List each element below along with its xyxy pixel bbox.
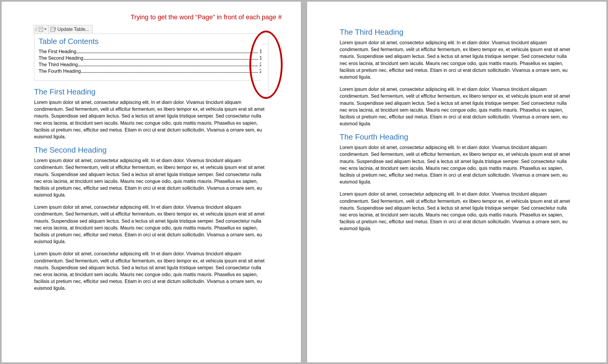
page-1: Trying to get the word “Page” in front o…	[1, 1, 301, 363]
heading-1: The First Heading	[34, 87, 268, 96]
toc-row[interactable]: The Fourth Heading 2	[39, 69, 264, 74]
toc-style-dropdown[interactable]	[37, 25, 49, 33]
toc-handle[interactable]	[34, 25, 37, 33]
toc-entry-label: The Fourth Heading	[39, 69, 81, 74]
toc-title: Table of Contents	[39, 37, 264, 46]
toc-leader-dots	[78, 66, 258, 66]
page-icon	[39, 27, 43, 32]
body-paragraph: Lorem ipsum dolor sit amet, consectetur …	[34, 204, 268, 245]
exclamation-icon: !	[55, 27, 57, 32]
toc-row[interactable]: The Second Heading 1	[39, 56, 264, 61]
toc-entry-label: The Third Heading	[39, 62, 78, 67]
toc-row[interactable]: The Third Heading 2	[39, 62, 264, 67]
toc-container[interactable]: Table of Contents The First Heading 1 Th…	[34, 34, 268, 81]
body-paragraph: Lorem ipsum dolor sit amet, consectetur …	[34, 99, 268, 140]
body-paragraph: Lorem ipsum dolor sit amet, consectetur …	[340, 144, 574, 185]
toc-entry-label: The First Heading	[39, 49, 76, 54]
body-paragraph: Lorem ipsum dolor sit amet, consectetur …	[34, 250, 268, 292]
body-paragraph: Lorem ipsum dolor sit amet, consectetur …	[340, 86, 574, 127]
toc-row[interactable]: The First Heading 1	[39, 49, 264, 54]
chevron-down-icon	[44, 29, 47, 30]
toc-right-tab	[261, 44, 268, 98]
heading-3: The Third Heading	[340, 28, 574, 37]
annotation-text: Trying to get the word “Page” in front o…	[131, 13, 282, 21]
toc-leader-dots	[77, 53, 258, 53]
body-paragraph: Lorem ipsum dolor sit amet, consectetur …	[340, 191, 574, 232]
update-table-button[interactable]: ! Update Table...	[49, 25, 92, 33]
page-icon	[50, 27, 55, 32]
body-paragraph: Lorem ipsum dolor sit amet, consectetur …	[340, 39, 574, 80]
heading-4: The Fourth Heading	[340, 132, 574, 142]
update-table-label: Update Table...	[57, 27, 90, 32]
toc-field-toolbar: ! Update Table...	[34, 25, 93, 33]
toc-leader-dots	[81, 72, 258, 73]
body-paragraph: Lorem ipsum dolor sit amet, consectetur …	[34, 157, 268, 198]
heading-2: The Second Heading	[34, 145, 268, 155]
toc-entry-label: The Second Heading	[39, 56, 83, 61]
page-2: The Third Heading Lorem ipsum dolor sit …	[307, 1, 607, 363]
toc-leader-dots	[84, 59, 258, 60]
